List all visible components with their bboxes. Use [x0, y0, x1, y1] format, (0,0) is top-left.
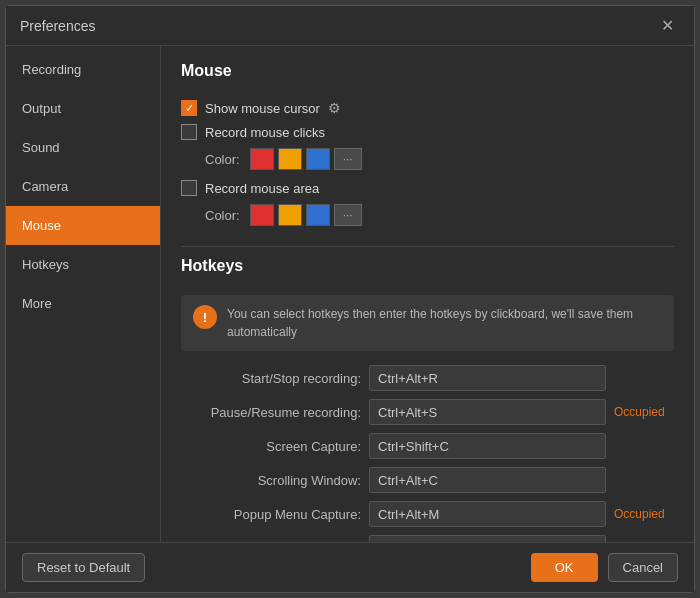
color-swatch-yellow-2[interactable] [278, 204, 302, 226]
sidebar-item-output[interactable]: Output [6, 89, 160, 128]
occupied-label-1: Occupied [614, 405, 674, 419]
occupied-label-4: Occupied [614, 507, 674, 521]
record-area-label: Record mouse area [205, 181, 319, 196]
hotkey-input-3[interactable] [369, 467, 606, 493]
hotkey-label-4: Popup Menu Capture: [181, 507, 361, 522]
color-label-2: Color: [205, 208, 240, 223]
mouse-section-title: Mouse [181, 62, 674, 86]
preferences-dialog: Preferences ✕ RecordingOutputSoundCamera… [5, 5, 695, 593]
hotkey-input-2[interactable] [369, 433, 606, 459]
hotkey-label-1: Pause/Resume recording: [181, 405, 361, 420]
info-banner: ! You can select hotkeys then enter the … [181, 295, 674, 351]
footer-right: OK Cancel [531, 553, 678, 582]
record-clicks-row: Record mouse clicks [181, 124, 674, 140]
hotkey-row-2: Screen Capture: [181, 433, 674, 459]
show-cursor-checkbox[interactable] [181, 100, 197, 116]
hotkey-label-2: Screen Capture: [181, 439, 361, 454]
hotkey-input-5[interactable] [369, 535, 606, 542]
gear-icon[interactable]: ⚙ [328, 100, 341, 116]
info-icon: ! [193, 305, 217, 329]
color-more-btn-1[interactable]: ··· [334, 148, 362, 170]
sidebar: RecordingOutputSoundCameraMouseHotkeysMo… [6, 46, 161, 542]
footer: Reset to Default OK Cancel [6, 542, 694, 592]
color-more-btn-2[interactable]: ··· [334, 204, 362, 226]
sidebar-item-sound[interactable]: Sound [6, 128, 160, 167]
color-row-2: Color: ··· [205, 204, 674, 226]
color-swatch-blue-1[interactable] [306, 148, 330, 170]
hotkeys-section: Hotkeys ! You can select hotkeys then en… [181, 257, 674, 542]
color-swatch-blue-2[interactable] [306, 204, 330, 226]
title-bar: Preferences ✕ [6, 6, 694, 46]
record-clicks-checkbox[interactable] [181, 124, 197, 140]
record-clicks-label: Record mouse clicks [205, 125, 325, 140]
mouse-section: Mouse Show mouse cursor ⚙ Record mouse c… [181, 62, 674, 226]
record-area-row: Record mouse area [181, 180, 674, 196]
hotkey-row-0: Start/Stop recording: [181, 365, 674, 391]
ok-button[interactable]: OK [531, 553, 598, 582]
info-text: You can select hotkeys then enter the ho… [227, 305, 662, 341]
close-button[interactable]: ✕ [655, 14, 680, 37]
show-cursor-label: Show mouse cursor [205, 101, 320, 116]
hotkey-row-1: Pause/Resume recording:Occupied [181, 399, 674, 425]
record-area-checkbox[interactable] [181, 180, 197, 196]
dialog-title: Preferences [20, 18, 95, 34]
hotkey-input-1[interactable] [369, 399, 606, 425]
hotkey-input-4[interactable] [369, 501, 606, 527]
color-swatch-red-2[interactable] [250, 204, 274, 226]
hotkey-label-0: Start/Stop recording: [181, 371, 361, 386]
hotkey-row-5: Open/Close webcam: [181, 535, 674, 542]
sidebar-item-more[interactable]: More [6, 284, 160, 323]
hotkey-label-3: Scrolling Window: [181, 473, 361, 488]
sidebar-item-hotkeys[interactable]: Hotkeys [6, 245, 160, 284]
reset-button[interactable]: Reset to Default [22, 553, 145, 582]
color-row-1: Color: ··· [205, 148, 674, 170]
hotkey-row-3: Scrolling Window: [181, 467, 674, 493]
content-area: RecordingOutputSoundCameraMouseHotkeysMo… [6, 46, 694, 542]
hotkeys-section-title: Hotkeys [181, 257, 674, 281]
color-swatch-yellow-1[interactable] [278, 148, 302, 170]
hotkey-input-0[interactable] [369, 365, 606, 391]
hotkey-rows-container: Start/Stop recording:Pause/Resume record… [181, 365, 674, 542]
divider-1 [181, 246, 674, 247]
main-panel: Mouse Show mouse cursor ⚙ Record mouse c… [161, 46, 694, 542]
sidebar-item-recording[interactable]: Recording [6, 50, 160, 89]
show-cursor-row: Show mouse cursor ⚙ [181, 100, 674, 116]
color-label-1: Color: [205, 152, 240, 167]
color-swatch-red-1[interactable] [250, 148, 274, 170]
cancel-button[interactable]: Cancel [608, 553, 678, 582]
sidebar-item-mouse[interactable]: Mouse [6, 206, 160, 245]
sidebar-item-camera[interactable]: Camera [6, 167, 160, 206]
hotkey-row-4: Popup Menu Capture:Occupied [181, 501, 674, 527]
